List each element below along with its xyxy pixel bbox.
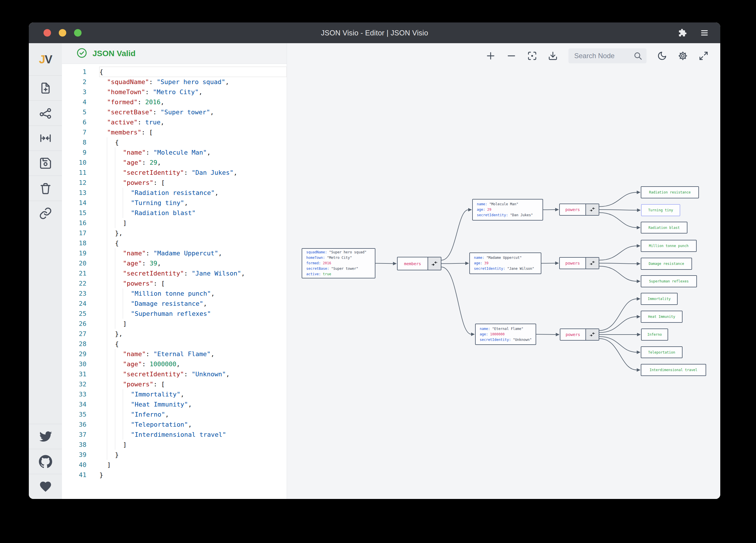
graph-node-member-1[interactable]: name:"Molecule Man" age:29 secretIdentit… bbox=[472, 199, 543, 221]
graph-leaf-radiation-blast[interactable]: Radiation blast bbox=[641, 222, 687, 234]
github-button[interactable] bbox=[29, 449, 62, 474]
graph-leaf-teleportation[interactable]: Teleportation bbox=[641, 346, 683, 358]
code-line[interactable]: 10"age": 29, bbox=[62, 158, 287, 168]
code-line[interactable]: 32"powers": [ bbox=[62, 379, 287, 389]
line-number[interactable]: 15 bbox=[62, 208, 86, 218]
graph-node-member-3[interactable]: name:"Eternal Flame" age:1000000 secretI… bbox=[475, 323, 536, 345]
line-number[interactable]: 2 bbox=[62, 77, 86, 87]
graph-node-powers-3[interactable]: powers bbox=[560, 328, 599, 340]
code-line[interactable]: 25"Superhuman reflexes" bbox=[62, 308, 287, 319]
line-number[interactable]: 26 bbox=[62, 319, 86, 329]
line-number[interactable]: 1 bbox=[62, 67, 86, 77]
line-number[interactable]: 29 bbox=[62, 349, 86, 359]
code-line[interactable]: 4"formed": 2016, bbox=[62, 97, 287, 107]
collapse-icon[interactable] bbox=[428, 258, 441, 270]
collapse-icon[interactable] bbox=[585, 258, 599, 269]
code-line[interactable]: 20"age": 39, bbox=[62, 258, 287, 268]
save-button[interactable] bbox=[29, 151, 62, 176]
code-line[interactable]: 1{ bbox=[62, 67, 287, 77]
code-line[interactable]: 38] bbox=[62, 440, 287, 450]
twitter-button[interactable] bbox=[29, 424, 62, 449]
line-number[interactable]: 6 bbox=[62, 117, 86, 127]
line-number[interactable]: 36 bbox=[62, 419, 86, 429]
settings-gear-button[interactable] bbox=[678, 51, 688, 61]
code-line[interactable]: 28{ bbox=[62, 339, 287, 349]
code-line[interactable]: 35"Inferno", bbox=[62, 409, 287, 419]
code-line[interactable]: 27}, bbox=[62, 329, 287, 339]
code-line[interactable]: 31"secretIdentity": "Unknown", bbox=[62, 369, 287, 379]
graph-node-powers-1[interactable]: powers bbox=[559, 204, 599, 216]
fullscreen-button[interactable] bbox=[698, 51, 709, 61]
line-number[interactable]: 34 bbox=[62, 399, 86, 409]
line-number[interactable]: 4 bbox=[62, 97, 86, 107]
code-line[interactable]: 29"name": "Eternal Flame", bbox=[62, 349, 287, 359]
line-number[interactable]: 32 bbox=[62, 379, 86, 389]
line-number[interactable]: 22 bbox=[62, 278, 86, 288]
graph-leaf-superhuman-reflexes[interactable]: Superhuman reflexes bbox=[641, 275, 697, 287]
line-number[interactable]: 20 bbox=[62, 258, 86, 268]
new-document-button[interactable] bbox=[29, 75, 62, 101]
graph-leaf-turning-tiny[interactable]: Turning tiny bbox=[641, 204, 680, 216]
code-line[interactable]: 8{ bbox=[62, 137, 287, 148]
line-number[interactable]: 40 bbox=[62, 460, 86, 470]
line-number[interactable]: 3 bbox=[62, 87, 86, 97]
code-line[interactable]: 16] bbox=[62, 218, 287, 228]
line-number[interactable]: 27 bbox=[62, 329, 86, 339]
code-line[interactable]: 22"powers": [ bbox=[62, 278, 287, 288]
app-logo[interactable]: JV bbox=[29, 43, 62, 75]
code-line[interactable]: 5"secretBase": "Super tower", bbox=[62, 107, 287, 117]
line-number[interactable]: 35 bbox=[62, 409, 86, 419]
line-number[interactable]: 28 bbox=[62, 339, 86, 349]
code-line[interactable]: 30"age": 1000000, bbox=[62, 359, 287, 369]
code-line[interactable]: 39} bbox=[62, 450, 287, 460]
extension-puzzle-icon[interactable] bbox=[678, 29, 687, 37]
graph-leaf-radiation-resistance[interactable]: Radiation resistance bbox=[641, 186, 699, 198]
graph-share-button[interactable] bbox=[29, 101, 62, 126]
code-line[interactable]: 6"active": true, bbox=[62, 117, 287, 127]
dark-mode-moon-button[interactable] bbox=[657, 51, 667, 61]
code-line[interactable]: 26] bbox=[62, 319, 287, 329]
code-editor[interactable]: 1{2"squadName": "Super hero squad",3"hom… bbox=[62, 64, 287, 499]
line-number[interactable]: 38 bbox=[62, 440, 86, 450]
code-line[interactable]: 15"Radiation blast" bbox=[62, 208, 287, 218]
line-number[interactable]: 30 bbox=[62, 359, 86, 369]
line-number[interactable]: 33 bbox=[62, 389, 86, 399]
line-number[interactable]: 19 bbox=[62, 248, 86, 258]
zoom-out-button[interactable] bbox=[506, 51, 517, 61]
graph-node-member-2[interactable]: name:"Madame Uppercut" age:39 secretIden… bbox=[469, 253, 541, 274]
code-line[interactable]: 34"Heat Immunity", bbox=[62, 399, 287, 409]
share-link-button[interactable] bbox=[29, 201, 62, 226]
line-number[interactable]: 39 bbox=[62, 450, 86, 460]
line-number[interactable]: 24 bbox=[62, 298, 86, 308]
sponsor-heart-button[interactable] bbox=[29, 474, 62, 499]
code-line[interactable]: 36"Teleportation", bbox=[62, 419, 287, 429]
graph-node-root[interactable]: squadName:"Super hero squad" homeTown:"M… bbox=[302, 248, 375, 278]
graph-leaf-inferno[interactable]: Inferno bbox=[641, 328, 668, 340]
code-line[interactable]: 17}, bbox=[62, 228, 287, 238]
code-line[interactable]: 37"Interdimensional travel" bbox=[62, 429, 287, 440]
collapse-icon[interactable] bbox=[585, 329, 599, 340]
graph-leaf-damage-resistance[interactable]: Damage resistance bbox=[641, 258, 692, 270]
line-number[interactable]: 9 bbox=[62, 148, 86, 158]
line-number[interactable]: 14 bbox=[62, 198, 86, 208]
graph-node-members[interactable]: members bbox=[397, 257, 441, 271]
code-line[interactable]: 7"members": [ bbox=[62, 127, 287, 137]
code-line[interactable]: 40] bbox=[62, 460, 287, 470]
line-number[interactable]: 7 bbox=[62, 127, 86, 137]
line-number[interactable]: 16 bbox=[62, 218, 86, 228]
line-number[interactable]: 37 bbox=[62, 429, 86, 440]
code-line[interactable]: 2"squadName": "Super hero squad", bbox=[62, 77, 287, 87]
graph-panel[interactable]: squadName:"Super hero squad" homeTown:"M… bbox=[287, 43, 720, 499]
code-line[interactable]: 41} bbox=[62, 470, 287, 480]
center-view-button[interactable] bbox=[29, 126, 62, 151]
code-line[interactable]: 24"Damage resistance", bbox=[62, 298, 287, 308]
code-line[interactable]: 33"Immortality", bbox=[62, 389, 287, 399]
code-line[interactable]: 23"Million tonne punch", bbox=[62, 288, 287, 298]
line-number[interactable]: 8 bbox=[62, 137, 86, 148]
code-line[interactable]: 18{ bbox=[62, 238, 287, 248]
code-line[interactable]: 3"homeTown": "Metro City", bbox=[62, 87, 287, 97]
line-number[interactable]: 13 bbox=[62, 188, 86, 198]
code-line[interactable]: 9"name": "Molecule Man", bbox=[62, 148, 287, 158]
line-number[interactable]: 25 bbox=[62, 308, 86, 319]
line-number[interactable]: 23 bbox=[62, 288, 86, 298]
